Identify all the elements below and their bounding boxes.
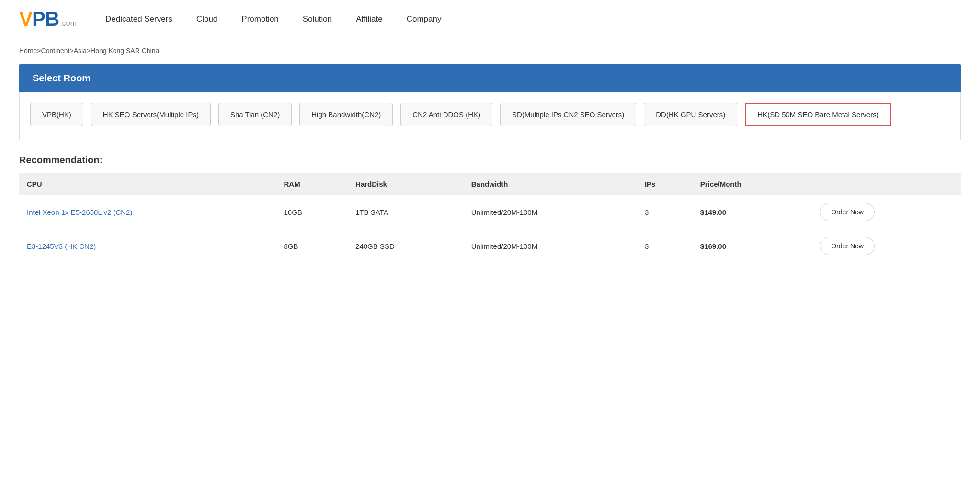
room-button[interactable]: Sha Tian (CN2) bbox=[218, 103, 292, 126]
order-now-button[interactable]: Order Now bbox=[820, 203, 875, 221]
col-header-action bbox=[812, 173, 961, 195]
logo-com: .com bbox=[60, 19, 77, 28]
cell-harddisk: 1TB SATA bbox=[348, 195, 464, 229]
select-room-section: Select Room VPB(HK)HK SEO Servers(Multip… bbox=[19, 64, 961, 140]
room-button[interactable]: VPB(HK) bbox=[30, 103, 83, 126]
header: VPB .com Dedicated ServersCloudPromotion… bbox=[0, 0, 980, 38]
nav-item-company[interactable]: Company bbox=[407, 14, 442, 23]
server-table: CPURAMHardDiskBandwidthIPsPrice/Month In… bbox=[19, 173, 961, 263]
room-button[interactable]: HK(SD 50M SEO Bare Metal Servers) bbox=[745, 103, 891, 126]
cell-action: Order Now bbox=[812, 229, 961, 263]
col-header-bandwidth: Bandwidth bbox=[464, 173, 637, 195]
cell-action: Order Now bbox=[812, 195, 961, 229]
nav-item-affiliate[interactable]: Affiliate bbox=[356, 14, 382, 23]
cell-cpu: Intel Xeon 1x E5-2650L v2 (CN2) bbox=[19, 195, 276, 229]
table-row: E3-1245V3 (HK CN2)8GB240GB SSDUnlimited/… bbox=[19, 229, 961, 263]
cpu-link[interactable]: Intel Xeon 1x E5-2650L v2 (CN2) bbox=[27, 208, 132, 216]
room-button[interactable]: HK SEO Servers(Multiple IPs) bbox=[91, 103, 211, 126]
main-nav: Dedicated ServersCloudPromotionSolutionA… bbox=[105, 14, 441, 24]
col-header-price: Price/Month bbox=[693, 173, 812, 195]
nav-item-solution[interactable]: Solution bbox=[303, 14, 332, 23]
room-button[interactable]: DD(HK GPU Servers) bbox=[644, 103, 737, 126]
cell-ips: 3 bbox=[637, 229, 693, 263]
room-button[interactable]: CN2 Anti DDOS (HK) bbox=[400, 103, 492, 126]
nav-item-dedicated-servers[interactable]: Dedicated Servers bbox=[105, 14, 172, 23]
table-header-row: CPURAMHardDiskBandwidthIPsPrice/Month bbox=[19, 173, 961, 195]
breadcrumb: Home>Continent>Asia>Hong Kong SAR China bbox=[0, 38, 980, 59]
nav-item-cloud[interactable]: Cloud bbox=[196, 14, 217, 23]
cell-ram: 16GB bbox=[276, 195, 348, 229]
col-header-ips: IPs bbox=[637, 173, 693, 195]
cell-bandwidth: Unlimited/20M-100M bbox=[464, 195, 637, 229]
cell-price: $169.00 bbox=[693, 229, 812, 263]
cell-bandwidth: Unlimited/20M-100M bbox=[464, 229, 637, 263]
room-button[interactable]: High Bandwidth(CN2) bbox=[299, 103, 393, 126]
col-header-ram: RAM bbox=[276, 173, 348, 195]
cell-cpu: E3-1245V3 (HK CN2) bbox=[19, 229, 276, 263]
cell-ram: 8GB bbox=[276, 229, 348, 263]
cell-harddisk: 240GB SSD bbox=[348, 229, 464, 263]
cell-ips: 3 bbox=[637, 195, 693, 229]
logo-pb-letters: PB bbox=[32, 8, 59, 30]
table-row: Intel Xeon 1x E5-2650L v2 (CN2)16GB1TB S… bbox=[19, 195, 961, 229]
logo-v-letter: V bbox=[19, 8, 32, 30]
select-room-header: Select Room bbox=[19, 64, 961, 92]
logo[interactable]: VPB .com bbox=[19, 8, 77, 31]
logo-text: VPB bbox=[19, 8, 59, 31]
main-content: Select Room VPB(HK)HK SEO Servers(Multip… bbox=[0, 59, 980, 282]
col-header-cpu: CPU bbox=[19, 173, 276, 195]
order-now-button[interactable]: Order Now bbox=[820, 237, 875, 255]
nav-item-promotion[interactable]: Promotion bbox=[241, 14, 278, 23]
cpu-link[interactable]: E3-1245V3 (HK CN2) bbox=[27, 242, 96, 250]
select-room-body: VPB(HK)HK SEO Servers(Multiple IPs)Sha T… bbox=[19, 92, 961, 140]
room-button[interactable]: SD(Multiple IPs CN2 SEO Servers) bbox=[500, 103, 636, 126]
cell-price: $149.00 bbox=[693, 195, 812, 229]
col-header-harddisk: HardDisk bbox=[348, 173, 464, 195]
recommendation-title: Recommendation: bbox=[19, 155, 961, 166]
